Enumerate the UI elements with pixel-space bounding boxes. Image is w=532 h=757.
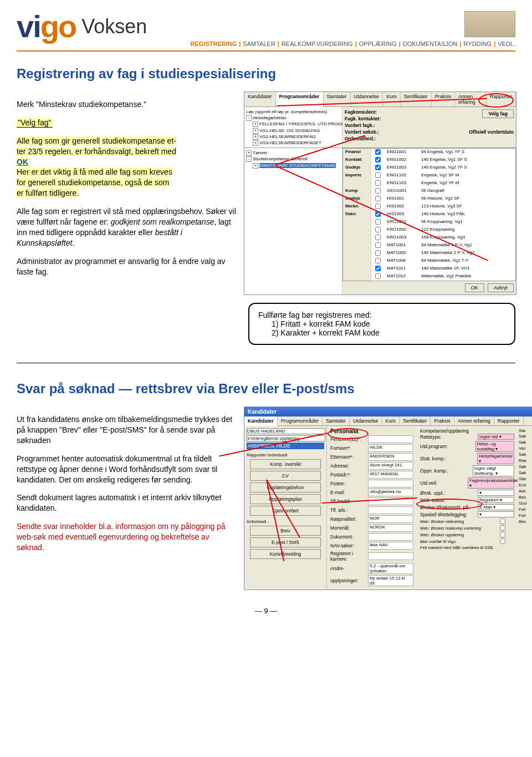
field-label: Spesiell tilrettelegging: [420, 512, 475, 517]
field-combo[interactable]: ▾ [478, 490, 514, 496]
velg-fag-quote: "Velg fag" [17, 118, 53, 128]
btn-gjennomfort[interactable]: Gjennomført [250, 506, 321, 516]
btn-epost-sms[interactable]: E-post / SMS [250, 537, 321, 547]
tab[interactable]: Sertifikater [401, 92, 432, 106]
para-s2-1: Ut fra kandidatens ønske om tilbakemeldi… [17, 414, 236, 446]
subject-checkbox[interactable] [375, 273, 381, 279]
tab[interactable]: Kandidater [244, 416, 278, 426]
field-combo[interactable]: E-Mail ▾ [478, 504, 514, 510]
tree-panel: Løp (opprett ett løp pr. kompetansebevis… [244, 107, 342, 148]
tab[interactable]: Kandidater [244, 92, 276, 106]
subject-row: GodkjeHIS100156 Historie, Vg2 SF [343, 195, 515, 203]
para-s2-4: Sendte svar inneholder bl.a. informasjon… [17, 521, 236, 553]
tab[interactable]: Utdannelse [351, 92, 383, 106]
subject-checkbox[interactable] [375, 266, 381, 271]
field-value[interactable]: Ny avtale 15.12 kl 09. [368, 575, 413, 586]
field-combo[interactable]: Helsefagarbeider ▾ [477, 453, 514, 464]
subject-checkbox[interactable] [375, 165, 381, 170]
subject-checkbox[interactable] [375, 196, 381, 201]
checkbox[interactable] [500, 525, 505, 531]
field-label: Ønsk. oppl.: [420, 490, 475, 496]
field-combo[interactable]: Fagbrev/praksiskandidatløp ▾ [468, 477, 514, 489]
field-value[interactable] [368, 435, 413, 443]
status-item: Avb [519, 488, 532, 494]
tab[interactable]: Annen erfaring [454, 416, 494, 425]
field-combo[interactable]: Ingen rett ▾ [478, 434, 514, 440]
velg-fag-button[interactable]: Velg fag [482, 109, 514, 118]
combo-level[interactable]: 1/Videregående opplæring [247, 435, 325, 441]
tab[interactable]: Kurs [382, 416, 400, 425]
status-item: Søk [519, 470, 532, 476]
status-item: Full [519, 512, 532, 519]
checkbox[interactable] [500, 519, 505, 524]
status-item: Søk [519, 464, 532, 470]
btn-opplaeringsplan[interactable]: Opplæringsplan [250, 494, 321, 504]
btn-komp-oversikt[interactable]: Komp. oversikt [250, 459, 321, 469]
tab[interactable]: Rapporter [487, 92, 516, 106]
field-label: Tlf./mobil: [330, 499, 366, 504]
subject-checkbox[interactable] [375, 172, 381, 178]
subject-checkbox[interactable] [375, 235, 381, 240]
field-value[interactable] [368, 497, 413, 505]
tab[interactable]: Programområder [276, 92, 324, 107]
subject-checkbox[interactable] [375, 258, 381, 263]
btn-kursnamelding[interactable]: Kursnåmelding [250, 549, 321, 559]
field-value[interactable] [368, 480, 413, 487]
para-merk: Merk "Minstekrav studiekompetanse." [17, 99, 236, 110]
field-value[interactable]: Ikke NAV [368, 542, 413, 550]
btn-brev[interactable]: Brev [250, 526, 321, 536]
field-value[interactable]: otto@jaertek.no [368, 489, 413, 496]
status-item: End [519, 482, 532, 488]
para-s2-2: Programmet henter automatisk dokumentmal… [17, 454, 236, 485]
tab[interactable]: Rapporter [494, 416, 524, 425]
checkbox[interactable] [500, 532, 505, 537]
subject-row: FinansiENG100184 Engelsk, Vg1 YF S [343, 149, 515, 156]
btn-opplaeringsbehov[interactable]: Opplæringsbehov [250, 482, 321, 492]
field-value[interactable] [368, 506, 413, 514]
subject-checkbox[interactable] [375, 211, 381, 217]
subject-checkbox[interactable] [375, 219, 381, 225]
subject-checkbox[interactable] [375, 242, 381, 248]
subject-checkbox[interactable] [375, 204, 381, 209]
subject-checkbox[interactable] [375, 227, 381, 232]
combo-obus[interactable]: OBUS HADELAND [247, 428, 325, 434]
para-admin: Administrator av programmet er ansvarlig… [17, 256, 236, 277]
subject-checkbox[interactable] [375, 149, 381, 155]
field-value[interactable] [368, 533, 413, 541]
ok-button[interactable]: OK [465, 283, 484, 292]
field-combo[interactable]: ▾ [478, 511, 514, 517]
field-value[interactable]: ANDERSEN [368, 453, 413, 461]
tab[interactable]: Programområder [278, 416, 323, 425]
candidate-name[interactable]: ANDERSEN, HILDE [247, 443, 324, 449]
tab[interactable]: Annen erfaring [455, 92, 487, 106]
tab[interactable]: Samtaler [324, 92, 351, 106]
label-individuell: Individuell - [247, 519, 324, 524]
field-value[interactable]: NORSK [368, 524, 413, 532]
subject-checkbox[interactable] [375, 250, 381, 256]
cancel-button[interactable]: Avbryt [488, 283, 514, 292]
tab[interactable]: Praksis [431, 416, 454, 425]
field-value[interactable]: 5.2 - spørsmål om lydbøker. [368, 563, 413, 574]
subject-row: GodkjeENG1003140 Engelsk, Vg2 YF S [343, 164, 515, 172]
tab[interactable]: Praksis [432, 92, 456, 106]
field-value[interactable] [368, 552, 413, 560]
field-value[interactable]: NOR [368, 515, 413, 523]
field-combo[interactable]: Registrert ▾ [478, 497, 514, 503]
subject-checkbox[interactable] [375, 188, 381, 194]
btn-cv[interactable]: CV [250, 471, 321, 481]
tab[interactable]: Utdannelse [350, 416, 382, 425]
field-value[interactable]: 4517 MANDAL [368, 471, 413, 479]
tab[interactable]: Sertifikater [400, 416, 431, 425]
field-value[interactable]: Store elvegt 141, [368, 462, 413, 470]
tab[interactable]: Samtaler [323, 416, 350, 425]
field-combo[interactable]: Ingen valgt sluttkomp. ▾ [473, 465, 514, 476]
checkbox[interactable] [500, 538, 505, 544]
field-value[interactable]: HILDE [368, 444, 413, 452]
field-combo[interactable]: Helse- og sosialfag ▾ [475, 441, 514, 452]
logo-text: Voksen [81, 15, 147, 38]
tab[interactable]: Kurs [383, 92, 401, 106]
subject-row: KRO100156 Kroppsøving, Vg1 [343, 219, 515, 226]
subject-checkbox[interactable] [375, 180, 381, 186]
subject-checkbox[interactable] [375, 157, 381, 162]
field-label: Utd.veil: [420, 480, 466, 486]
